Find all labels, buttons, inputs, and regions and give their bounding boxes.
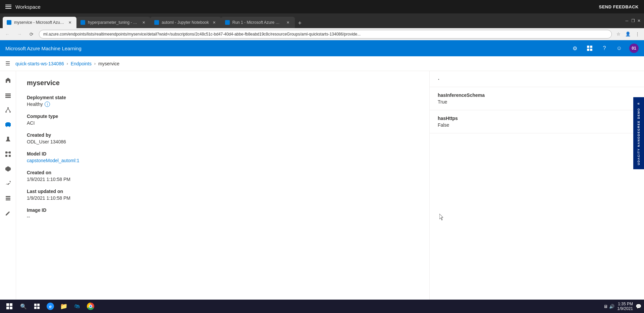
tab-close-3[interactable]: ✕: [285, 20, 291, 25]
taskbar: 🔍 e 📁 🛍 🖥 🔊 1:35 PM 1/9/2021 💬: [0, 300, 644, 313]
breadcrumb-workspace[interactable]: quick-starts-ws-134086: [15, 61, 64, 66]
sidebar-icon-cluster[interactable]: [1, 103, 15, 117]
bookmark-icon[interactable]: ☆: [614, 30, 623, 38]
taskbar-search-icon[interactable]: 🔍: [17, 300, 30, 312]
breadcrumb-endpoints[interactable]: Endpoints: [71, 61, 92, 66]
taskbar-explorer[interactable]: 📁: [58, 300, 70, 312]
svg-rect-6: [5, 97, 11, 98]
help-icon[interactable]: ?: [600, 44, 609, 53]
detail-section: Deployment state Healthy i Compute type …: [27, 95, 282, 220]
value-created-on: 1/9/2021 1:10:58 PM: [27, 177, 282, 182]
chrome-icon: [87, 303, 94, 310]
send-feedback-button[interactable]: SEND FEEDBACK: [599, 4, 639, 9]
value-model-id[interactable]: capstoneModel_automl:1: [27, 158, 282, 163]
breadcrumb-sep-1: ›: [67, 61, 68, 66]
svg-rect-14: [6, 126, 7, 127]
taskbar-task-view[interactable]: [31, 300, 43, 312]
sidebar-icon-compute[interactable]: [1, 118, 15, 131]
network-icon[interactable]: 🖥: [603, 304, 608, 309]
sidebar-toggle-icon[interactable]: ☰: [5, 60, 10, 67]
feedback-icon[interactable]: ☺: [614, 44, 624, 53]
windows-logo-icon: [6, 303, 12, 309]
taskbar-clock[interactable]: 1:35 PM 1/9/2021: [617, 302, 633, 311]
value-deployment-state: Healthy i: [27, 102, 282, 107]
field-image-id: Image ID --: [27, 207, 282, 220]
label-last-updated: Last updated on: [27, 189, 282, 194]
taskbar-chrome[interactable]: [85, 300, 97, 312]
sidebar-icon-deploy[interactable]: [1, 177, 15, 190]
panel-label-0: hasInferenceSchema: [438, 92, 636, 98]
field-compute-type: Compute type ACI: [27, 114, 282, 126]
hamburger-icon[interactable]: [5, 5, 11, 9]
settings-gear-icon[interactable]: ⚙: [570, 44, 580, 53]
profile-icon[interactable]: 👤: [624, 30, 632, 38]
notification-icon[interactable]: 💬: [636, 304, 641, 309]
browser-tab-2[interactable]: automl - Jupyter Notebook ✕: [150, 17, 221, 28]
svg-rect-15: [9, 126, 10, 127]
tab-close-1[interactable]: ✕: [141, 20, 146, 25]
address-input[interactable]: [39, 30, 612, 39]
azure-header-icons: ⚙ ? ☺ 01: [570, 44, 639, 53]
label-created-on: Created on: [27, 170, 282, 175]
taskbar-right: 🖥 🔊 1:35 PM 1/9/2021 💬: [603, 302, 641, 311]
tab-close-2[interactable]: ✕: [212, 20, 217, 25]
tab-close-0[interactable]: ✕: [67, 20, 72, 25]
label-model-id: Model ID: [27, 151, 282, 156]
azure-brand: Microsoft Azure Machine Learning: [5, 46, 82, 51]
settings-icon[interactable]: ⋮: [633, 30, 641, 38]
info-icon[interactable]: i: [45, 102, 50, 107]
sidebar-icon-jobs[interactable]: [1, 88, 15, 102]
address-icons: ☆ 👤 ⋮: [614, 30, 641, 38]
user-avatar[interactable]: 01: [629, 44, 639, 53]
close-window-button[interactable]: ✕: [637, 18, 641, 23]
svg-rect-27: [34, 307, 37, 309]
field-last-updated: Last updated on 1/9/2021 1:10:58 PM: [27, 189, 282, 201]
svg-rect-0: [587, 46, 589, 48]
sidebar-icon-dataset[interactable]: [1, 192, 15, 205]
refresh-button[interactable]: ⟳: [27, 29, 36, 39]
label-created-by: Created by: [27, 132, 282, 138]
svg-rect-19: [9, 155, 11, 157]
browser-tab-1[interactable]: hyperparameter_tuning - Jupyte... ✕: [76, 17, 150, 28]
value-compute-type: ACI: [27, 120, 282, 126]
title-bar: Workspace SEND FEEDBACK: [0, 0, 644, 13]
sidebar-icon-flask[interactable]: [1, 133, 15, 146]
field-model-id: Model ID capstoneModel_automl:1: [27, 151, 282, 163]
minimize-button[interactable]: ─: [625, 18, 629, 23]
browser-tab-3[interactable]: Run 1 - Microsoft Azure Machine... ✕: [221, 17, 295, 28]
svg-point-8: [5, 111, 7, 113]
clock-time: 1:35 PM: [617, 302, 633, 306]
breadcrumb-current: myservice: [98, 61, 119, 66]
udacity-banner-text: UDACITY NANODEGREE DEMO: [637, 108, 640, 165]
panel-field-0: hasInferenceSchema True: [430, 87, 644, 110]
browser-tab-0[interactable]: myservice - Microsoft Azure Ma... ✕: [3, 17, 76, 28]
sidebar-icon-pipeline[interactable]: [1, 147, 15, 161]
start-button[interactable]: [3, 300, 16, 313]
restore-button[interactable]: ❐: [631, 18, 635, 23]
taskbar-ie[interactable]: e: [44, 300, 56, 312]
svg-rect-12: [5, 123, 11, 126]
breadcrumb-sep-2: ›: [94, 61, 96, 66]
tab-label-0: myservice - Microsoft Azure Ma...: [14, 20, 64, 25]
sidebar-icon-models[interactable]: [1, 162, 15, 176]
sidebar-icon-home[interactable]: [1, 74, 15, 87]
right-panel: · hasInferenceSchema True hasHttps False: [429, 71, 644, 313]
svg-rect-17: [9, 151, 11, 153]
new-tab-button[interactable]: +: [295, 18, 305, 28]
volume-icon[interactable]: 🔊: [609, 304, 614, 309]
panel-label-1: hasHttps: [438, 116, 636, 121]
taskbar-system-icons: 🖥 🔊: [603, 304, 614, 309]
udacity-chevron-icon: «: [637, 101, 640, 106]
udacity-banner[interactable]: « UDACITY NANODEGREE DEMO: [633, 97, 644, 169]
taskbar-store[interactable]: 🛍: [71, 300, 83, 312]
back-button[interactable]: ←: [3, 29, 12, 39]
label-compute-type: Compute type: [27, 114, 282, 119]
browser-chrome: myservice - Microsoft Azure Ma... ✕ hype…: [0, 13, 644, 28]
clock-date: 1/9/2021: [617, 306, 633, 311]
svg-point-9: [9, 111, 11, 113]
panel-value-0: True: [438, 99, 636, 105]
field-created-on: Created on 1/9/2021 1:10:58 PM: [27, 170, 282, 182]
grid-icon[interactable]: [585, 44, 594, 53]
sidebar-icon-edit[interactable]: [1, 206, 15, 220]
forward-button[interactable]: →: [15, 29, 24, 39]
